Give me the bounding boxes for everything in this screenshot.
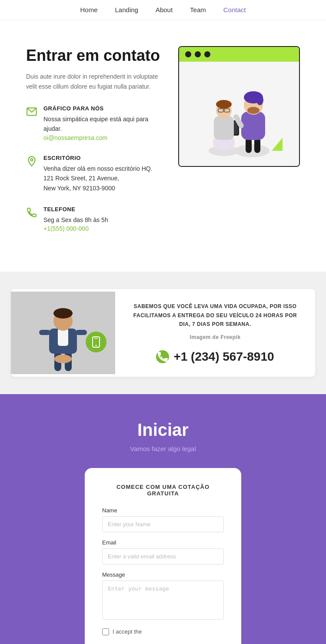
location-icon: [26, 156, 37, 167]
nav-about[interactable]: About: [156, 6, 173, 13]
svg-rect-32: [76, 330, 87, 335]
email-content: GRÁFICO PARA NÓS Nossa simpática equipe …: [43, 105, 161, 142]
svg-point-1: [30, 159, 33, 161]
nav-landing[interactable]: Landing: [115, 6, 138, 13]
svg-rect-3: [246, 138, 252, 153]
svg-point-9: [247, 107, 259, 114]
email-icon: [26, 106, 37, 117]
people-illustration: [191, 70, 287, 157]
name-label: Name: [102, 507, 224, 514]
phone-badge: [86, 332, 106, 352]
svg-marker-23: [272, 138, 283, 151]
navigation: Home Landing About Team Contact: [0, 0, 326, 20]
office-content: ESCRITÓRIO Venha dizer olá em nosso escr…: [43, 155, 153, 193]
browser-window: [178, 46, 300, 167]
nav-home[interactable]: Home: [80, 6, 98, 13]
svg-rect-36: [94, 338, 98, 339]
contact-section: Entrar em contato Duis aute irure dolor …: [0, 20, 326, 272]
svg-point-35: [96, 345, 97, 346]
svg-rect-31: [39, 330, 50, 335]
checkbox-label: I accept the: [113, 628, 142, 635]
cta-subtitle: Vamos fazer algo legal: [13, 445, 313, 452]
browser-bar: [179, 47, 299, 62]
cta-section: Iniciar Vamos fazer algo legal COMECE CO…: [0, 394, 326, 644]
svg-point-30: [53, 308, 73, 319]
message-group: Message: [102, 571, 224, 621]
contact-office-item: ESCRITÓRIO Venha dizer olá em nosso escr…: [26, 155, 161, 193]
email-link[interactable]: oi@nossaempresa.com: [43, 134, 107, 141]
svg-point-2: [235, 144, 269, 157]
name-group: Name: [102, 507, 224, 532]
svg-rect-5: [241, 112, 265, 140]
nav-team[interactable]: Team: [190, 6, 206, 13]
browser-dot-2: [195, 51, 201, 57]
cta-title: Iniciar: [13, 420, 313, 440]
banner-image: [11, 292, 115, 374]
contact-title: Entrar em contato: [26, 46, 161, 65]
browser-body: [179, 62, 299, 166]
banner-section: SABEMOS QUE VOCÊ LEVA UMA VIDA OCUPADA, …: [0, 272, 326, 394]
accept-checkbox[interactable]: [102, 628, 109, 635]
banner-card: SABEMOS QUE VOCÊ LEVA UMA VIDA OCUPADA, …: [11, 289, 315, 377]
name-input[interactable]: [102, 516, 224, 532]
phone-content: TELEFONE Seg a Sex das 8h às 5h +1(555) …: [43, 206, 108, 232]
mobile-icon: [90, 336, 102, 348]
banner-description: SABEMOS QUE VOCÊ LEVA UMA VIDA OCUPADA, …: [128, 302, 302, 329]
contact-info: Entrar em contato Duis aute irure dolor …: [26, 46, 161, 246]
nav-contact[interactable]: Contact: [223, 6, 246, 13]
email-label: Email: [102, 539, 224, 546]
banner-phone-number: +1 (234) 567-8910: [173, 350, 274, 364]
svg-rect-28: [58, 329, 68, 346]
svg-point-8: [256, 95, 263, 105]
phone-icon: [26, 207, 37, 218]
banner-phone: +1 (234) 567-8910: [128, 350, 302, 364]
message-input[interactable]: [102, 581, 224, 620]
message-label: Message: [102, 571, 224, 578]
svg-point-21: [216, 100, 232, 109]
email-input[interactable]: [102, 548, 224, 564]
browser-dot-3: [204, 51, 210, 57]
contact-phone-item: TELEFONE Seg a Sex das 8h às 5h +1(555) …: [26, 206, 161, 232]
email-group: Email: [102, 539, 224, 564]
contact-subtitle: Duis aute irure dolor in reprehenderit i…: [26, 72, 161, 91]
banner-phone-icon: [156, 350, 169, 363]
form-heading: COMECE COM UMA COTAÇÃO GRATUITA: [102, 484, 224, 497]
quote-form-card: COMECE COM UMA COTAÇÃO GRATUITA Name Ema…: [85, 468, 241, 644]
phone-link[interactable]: +1(555) 000-000: [43, 225, 89, 232]
browser-dot-1: [185, 51, 191, 57]
checkbox-row: I accept the: [102, 628, 224, 635]
contact-illustration: [178, 46, 300, 167]
banner-text-content: SABEMOS QUE VOCÊ LEVA UMA VIDA OCUPADA, …: [115, 289, 315, 377]
freepik-credit: Imagem de Freepik: [128, 333, 302, 342]
svg-rect-16: [214, 116, 234, 140]
svg-rect-4: [254, 138, 260, 153]
svg-point-33: [54, 355, 72, 363]
contact-email-item: GRÁFICO PARA NÓS Nossa simpática equipe …: [26, 105, 161, 142]
